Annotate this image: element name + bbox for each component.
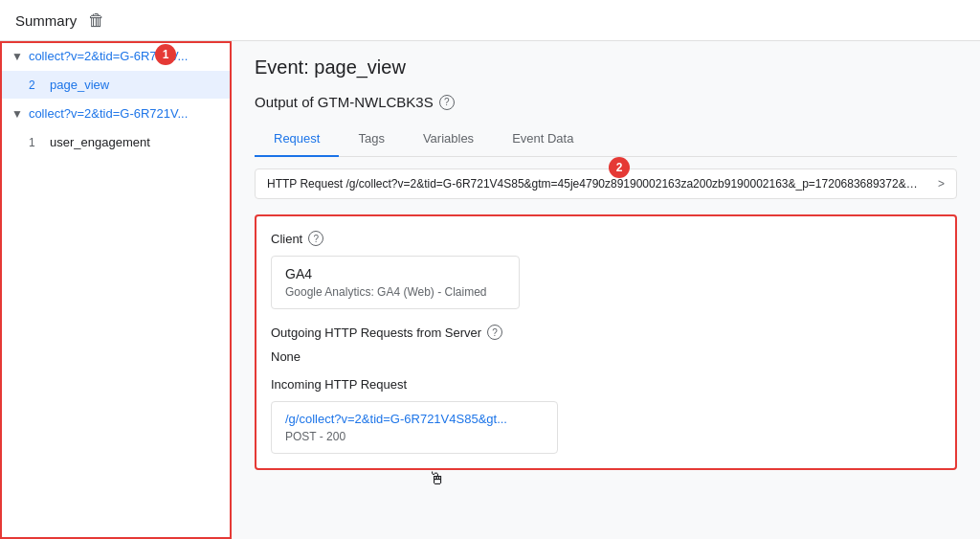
http-request-bar[interactable]: HTTP Request /g/collect?v=2&tid=G-6R721V… bbox=[255, 168, 957, 199]
tab-variables[interactable]: Variables bbox=[404, 122, 493, 157]
tab-request[interactable]: Request bbox=[255, 122, 339, 157]
sidebar: ▼ collect?v=2&tid=G-6R721V... 2 page_vie… bbox=[0, 41, 232, 539]
sidebar-group-label-2: collect?v=2&tid=G-6R721V... bbox=[29, 106, 188, 121]
sidebar-item-label-user-engagement: user_engagement bbox=[50, 135, 150, 149]
incoming-section-label: Incoming HTTP Request bbox=[271, 377, 941, 392]
sidebar-group-header-1[interactable]: ▼ collect?v=2&tid=G-6R721V... bbox=[0, 41, 231, 71]
outgoing-help-icon[interactable]: ? bbox=[487, 325, 502, 340]
output-section-title: Output of GTM-NWLCBK3S ? bbox=[255, 94, 957, 110]
tab-tags[interactable]: Tags bbox=[339, 122, 403, 157]
sidebar-item-page-view[interactable]: 2 page_view bbox=[0, 71, 231, 99]
sidebar-item-number-2: 1 bbox=[29, 136, 42, 149]
client-label-text: Client bbox=[271, 232, 302, 246]
arrow-icon: > bbox=[938, 177, 945, 191]
outgoing-label-text: Outgoing HTTP Requests from Server bbox=[271, 326, 481, 340]
outgoing-section-label: Outgoing HTTP Requests from Server ? bbox=[271, 325, 941, 340]
client-section-label: Client ? bbox=[271, 231, 941, 246]
content-area: Event: page_view Output of GTM-NWLCBK3S … bbox=[232, 41, 980, 539]
client-card-name: GA4 bbox=[285, 266, 505, 281]
tab-event-data[interactable]: Event Data bbox=[493, 122, 592, 157]
client-card-desc: Google Analytics: GA4 (Web) - Claimed bbox=[285, 285, 505, 299]
outgoing-section: Outgoing HTTP Requests from Server ? Non… bbox=[271, 325, 941, 364]
top-header: Summary 🗑 bbox=[0, 0, 980, 41]
incoming-request-card[interactable]: /g/collect?v=2&tid=G-6R721V4S85&gt... PO… bbox=[271, 401, 558, 454]
outgoing-none-text: None bbox=[271, 349, 941, 364]
content-box: Client ? GA4 Google Analytics: GA4 (Web)… bbox=[255, 214, 957, 470]
sidebar-item-label-page-view: page_view bbox=[50, 78, 109, 92]
incoming-card-status: POST - 200 bbox=[285, 430, 544, 443]
incoming-section: Incoming HTTP Request /g/collect?v=2&tid… bbox=[271, 377, 941, 454]
client-card[interactable]: GA4 Google Analytics: GA4 (Web) - Claime… bbox=[271, 256, 520, 309]
chevron-down-icon-2: ▼ bbox=[11, 107, 23, 121]
sidebar-item-number-1: 2 bbox=[29, 79, 42, 92]
sidebar-group-1: ▼ collect?v=2&tid=G-6R721V... 2 page_vie… bbox=[0, 41, 231, 99]
incoming-card-url: /g/collect?v=2&tid=G-6R721V4S85&gt... bbox=[285, 412, 544, 426]
sidebar-group-2: ▼ collect?v=2&tid=G-6R721V... 1 user_eng… bbox=[0, 99, 231, 156]
badge-1: 1 bbox=[155, 44, 176, 65]
chevron-down-icon: ▼ bbox=[11, 50, 23, 63]
http-request-url: HTTP Request /g/collect?v=2&tid=G-6R721V… bbox=[267, 177, 918, 191]
sidebar-group-header-2[interactable]: ▼ collect?v=2&tid=G-6R721V... bbox=[0, 99, 231, 128]
output-title-text: Output of GTM-NWLCBK3S bbox=[255, 94, 434, 110]
client-help-icon[interactable]: ? bbox=[308, 231, 323, 246]
delete-icon[interactable]: 🗑 bbox=[88, 11, 105, 31]
badge-2: 2 bbox=[609, 157, 630, 178]
summary-title: Summary bbox=[15, 12, 77, 29]
tabs-container: Request Tags Variables Event Data bbox=[255, 122, 957, 157]
sidebar-item-user-engagement[interactable]: 1 user_engagement bbox=[0, 128, 231, 156]
event-title: Event: page_view bbox=[255, 56, 957, 79]
output-help-icon[interactable]: ? bbox=[439, 95, 455, 110]
incoming-label-text: Incoming HTTP Request bbox=[271, 377, 407, 392]
